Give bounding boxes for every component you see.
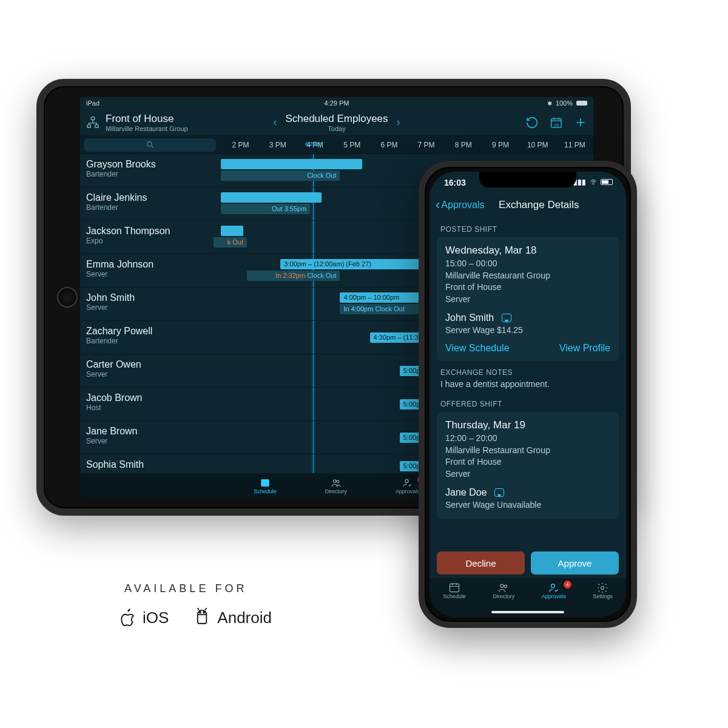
schedule-subtitle: Today <box>285 125 388 132</box>
tab-directory-label: Directory <box>325 488 347 494</box>
svg-point-8 <box>405 479 408 482</box>
next-day-button[interactable]: › <box>388 116 409 129</box>
ios-platform: iOS <box>118 607 169 628</box>
employee-role: Bartender <box>86 337 215 345</box>
calendar-grid-icon <box>448 582 460 593</box>
hour-label: 3 PM <box>259 141 296 149</box>
people-icon <box>330 477 342 488</box>
tab-approvals-label: Approvals <box>396 488 420 494</box>
phone-status-time: 16:03 <box>444 178 466 187</box>
shift-bar[interactable]: Clock Out <box>221 170 340 181</box>
shift-bar[interactable]: Out 3:55pm <box>221 204 310 214</box>
calendar-date: 26 <box>550 123 563 128</box>
shift-bar[interactable]: k Out <box>214 237 247 248</box>
home-indicator[interactable] <box>491 611 564 613</box>
status-device: iPad <box>86 99 99 107</box>
ipad-header: Front of House Millarville Restaurant Gr… <box>80 108 593 136</box>
phone-tab-schedule[interactable]: Schedule <box>443 582 466 599</box>
view-profile-link[interactable]: View Profile <box>559 343 610 354</box>
shift-bar[interactable]: In 2:32pm Clock Out <box>247 271 340 281</box>
posted-dept: Front of House <box>445 281 610 294</box>
offered-time: 12:00 – 20:00 <box>445 433 610 445</box>
employee-name: Emma Johnson <box>86 259 215 270</box>
chat-icon[interactable] <box>494 488 504 497</box>
offered-shift-label: OFFERED SHIFT <box>430 395 626 412</box>
ipad-home-button[interactable] <box>57 287 78 308</box>
schedule-title: Scheduled Employees <box>285 113 388 125</box>
hour-label: 6 PM <box>371 141 408 149</box>
employee-role: Expo <box>86 237 215 245</box>
search-icon <box>146 141 154 149</box>
page-title: Exchange Details <box>460 199 618 211</box>
employee-name: Zachary Powell <box>86 326 215 337</box>
hour-label: 10 PM <box>519 141 556 149</box>
search-input[interactable] <box>84 138 216 152</box>
offered-dept: Front of House <box>445 456 610 468</box>
posted-time: 15:00 – 00:00 <box>445 258 610 270</box>
approvals-badge: 4 <box>564 581 571 588</box>
people-icon <box>497 582 510 593</box>
status-battery: 100% <box>556 99 573 107</box>
notes-label: EXCHANGE NOTES <box>440 368 615 377</box>
bluetooth-icon: ✱ <box>547 100 552 107</box>
tab-approvals[interactable]: 4 Approvals <box>396 477 420 494</box>
chat-icon[interactable] <box>502 314 511 322</box>
calendar-icon[interactable]: 26 <box>550 116 563 129</box>
approve-button[interactable]: Approve <box>531 551 619 575</box>
posted-wage: Server Wage $14.25 <box>445 325 610 337</box>
tab-directory[interactable]: Directory <box>325 477 347 494</box>
svg-point-16 <box>203 612 204 613</box>
offered-group: Millarville Restaurant Group <box>445 445 610 457</box>
employee-name: Sophia Smith <box>86 459 215 470</box>
phone-tab-directory[interactable]: Directory <box>493 582 514 599</box>
iphone-device: 16:03 ▮▮▮ ‹ Approvals Exchange Details P… <box>419 161 637 628</box>
add-button[interactable]: + <box>574 116 587 129</box>
approvals-icon <box>402 477 414 488</box>
shift-bar[interactable] <box>221 192 322 203</box>
shift-bar[interactable] <box>221 226 243 236</box>
prev-day-button[interactable]: ‹ <box>265 116 285 129</box>
apple-icon <box>118 607 136 628</box>
refresh-icon[interactable] <box>525 116 539 129</box>
ipad-status-bar: iPad 4:29 PM ✱ 100% <box>80 97 593 108</box>
svg-point-9 <box>593 184 594 184</box>
battery-icon <box>576 101 587 106</box>
svg-rect-10 <box>450 584 459 592</box>
available-label: AVAILABLE FOR <box>124 582 391 595</box>
ios-label: iOS <box>143 608 169 627</box>
android-platform: Android <box>193 607 272 628</box>
employee-role: Bartender <box>86 170 215 178</box>
tab-schedule[interactable]: Schedule <box>254 477 277 494</box>
phone-tab-approvals[interactable]: 4 Approvals <box>542 582 566 599</box>
employee-name: John Smith <box>86 292 215 303</box>
svg-point-6 <box>333 479 336 482</box>
posted-role: Server <box>445 294 610 306</box>
phone-tab-bar: Schedule Directory 4 Approvals Settings <box>430 578 626 617</box>
offered-date: Thursday, Mar 19 <box>445 419 610 431</box>
org-chart-icon[interactable] <box>86 116 99 129</box>
svg-point-15 <box>200 612 201 613</box>
phone-tab-settings[interactable]: Settings <box>593 582 613 599</box>
posted-person: John Smith <box>445 312 494 323</box>
employee-role: Server <box>86 370 215 379</box>
gear-icon <box>596 582 608 593</box>
employee-role: Server <box>86 270 215 278</box>
chevron-left-icon: ‹ <box>436 197 440 213</box>
decline-button[interactable]: Decline <box>437 551 525 575</box>
battery-icon <box>601 179 613 185</box>
view-schedule-link[interactable]: View Schedule <box>445 343 510 354</box>
shift-bar[interactable] <box>221 159 362 169</box>
employee-name: Jacob Brown <box>86 393 215 403</box>
department-title[interactable]: Front of House <box>106 113 188 125</box>
hour-label: 5 PM <box>334 141 371 149</box>
iphone-notch <box>479 172 576 187</box>
employee-role: Bartender <box>86 203 215 212</box>
employee-role: Server <box>86 303 215 312</box>
svg-rect-2 <box>95 124 99 127</box>
calendar-grid-icon <box>259 477 271 488</box>
scroll-content[interactable]: POSTED SHIFT Wednesday, Mar 18 15:00 – 0… <box>430 220 626 550</box>
offered-wage: Server Wage Unavailable <box>445 499 610 511</box>
android-icon <box>193 607 211 628</box>
employee-name: Jackson Thompson <box>86 226 215 237</box>
timeline-header: 4:29pm 2 PM3 PM4 PM5 PM6 PM7 PM8 PM9 PM1… <box>80 136 593 154</box>
